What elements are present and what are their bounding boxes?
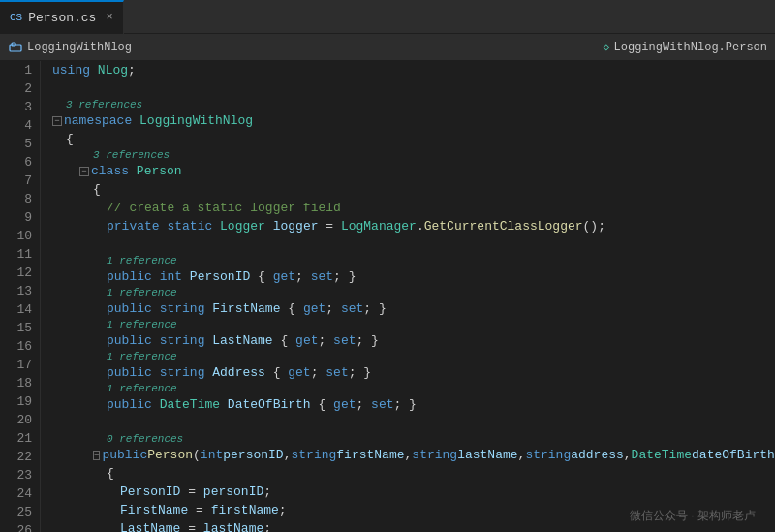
line-num-9: 9 [8, 208, 32, 227]
code-line-1: using NLog; [52, 61, 775, 79]
line-num-26: 26 [8, 521, 32, 532]
code-line-14: public DateTime DateOfBirth { get; set; … [52, 395, 775, 414]
line-num-11: 11 [8, 245, 32, 264]
code-line-14-ref: 1 reference [52, 382, 775, 395]
line-num-4: 4 [8, 116, 32, 135]
line-num-8: 8 [8, 190, 32, 208]
code-line-17: { [52, 464, 775, 483]
line-num-24: 24 [8, 485, 32, 503]
breadcrumb-left[interactable]: LoggingWithNlog [27, 41, 132, 54]
breadcrumb-right: ◇ LoggingWithNlog.Person [603, 40, 767, 54]
line-num-13: 13 [8, 282, 32, 300]
line-num-1: 1 [8, 61, 32, 79]
line-num-10: 10 [8, 227, 32, 245]
class-icon: ◇ [603, 40, 609, 54]
collapse-constructor[interactable]: − [93, 451, 100, 460]
line-num-14: 14 [8, 300, 32, 319]
code-content[interactable]: using NLog; 3 references −namespace Logg… [41, 61, 775, 532]
file-icon: CS [10, 12, 22, 23]
code-line-18: PersonID = personID; [52, 483, 775, 501]
code-line-8: private static Logger logger = LogManage… [52, 217, 775, 235]
line-num-25: 25 [8, 503, 32, 521]
code-line-10-ref: 1 reference [52, 254, 775, 267]
line-num-17: 17 [8, 356, 32, 374]
code-line-3: −namespace LoggingWithNlog [52, 111, 775, 130]
code-line-16: −public Person(int personID, string firs… [52, 446, 775, 464]
tab-close-button[interactable]: × [106, 11, 112, 24]
breadcrumb-right-path[interactable]: LoggingWithNlog.Person [614, 41, 767, 54]
line-num-6: 6 [8, 153, 32, 172]
line-num-5: 5 [8, 135, 32, 153]
line-num-3: 3 [8, 98, 32, 116]
line-num-12: 12 [8, 264, 32, 282]
collapse-namespace[interactable]: − [52, 116, 62, 126]
code-line-13: public string Address { get; set; } [52, 363, 775, 382]
line-num-22: 22 [8, 448, 32, 466]
line-num-7: 7 [8, 172, 32, 190]
code-line-11-ref: 1 reference [52, 286, 775, 299]
editor-area: 1 2 3 4 5 6 7 8 9 10 11 12 13 14 15 16 1… [0, 61, 775, 532]
code-line-2 [52, 79, 775, 98]
line-num-19: 19 [8, 392, 32, 411]
file-tab[interactable]: CS Person.cs × [0, 0, 124, 34]
code-line-11: public string FirstName { get; set; } [52, 299, 775, 318]
line-num-23: 23 [8, 466, 32, 485]
code-line-15 [52, 414, 775, 432]
code-line-10: public int PersonID { get; set; } [52, 267, 775, 286]
line-num-15: 15 [8, 319, 32, 337]
code-line-13-ref: 1 reference [52, 350, 775, 363]
breadcrumb-bar: LoggingWithNlog ◇ LoggingWithNlog.Person [0, 34, 775, 61]
line-num-18: 18 [8, 374, 32, 392]
line-num-21: 21 [8, 429, 32, 448]
code-line-12-ref: 1 reference [52, 318, 775, 331]
line-num-20: 20 [8, 411, 32, 429]
code-line-12: public string LastName { get; set; } [52, 331, 775, 350]
code-line-6: { [52, 180, 775, 199]
tab-bar: CS Person.cs × [0, 0, 775, 34]
code-line-4: { [52, 130, 775, 148]
line-numbers: 1 2 3 4 5 6 7 8 9 10 11 12 13 14 15 16 1… [0, 61, 41, 532]
code-line-5: −class Person [52, 162, 775, 180]
line-num-2: 2 [8, 79, 32, 98]
collapse-class[interactable]: − [79, 167, 89, 176]
tab-label: Person.cs [28, 11, 96, 25]
watermark: 微信公众号 · 架构师老卢 [630, 508, 756, 524]
code-line-5-ref: 3 references [52, 148, 775, 162]
line-num-16: 16 [8, 337, 32, 356]
namespace-icon [8, 40, 23, 55]
code-line-16-ref: 0 references [52, 432, 775, 446]
code-line-3-ref: 3 references [52, 98, 775, 111]
code-line-9 [52, 235, 775, 254]
code-line-7: // create a static logger field [52, 199, 775, 217]
